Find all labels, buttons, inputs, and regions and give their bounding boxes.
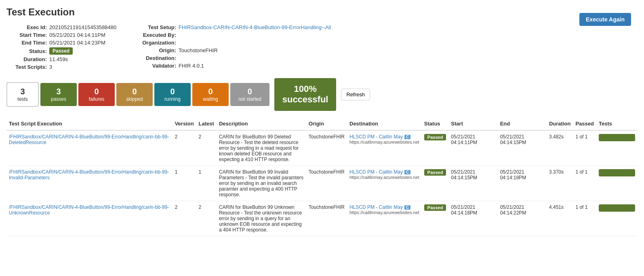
table-row: /FHIRSandbox/CARIN/CARIN-4-BlueButton/99… bbox=[6, 130, 638, 166]
executed-by-label: Executed By: bbox=[136, 32, 176, 38]
script-link[interactable]: /FHIRSandbox/CARIN/CARIN-4-BlueButton/99… bbox=[9, 204, 169, 216]
running-label: running bbox=[162, 96, 183, 102]
skipped-label: skipped bbox=[124, 96, 145, 102]
waiting-label: waiting bbox=[200, 96, 221, 102]
col-duration: Duration bbox=[547, 117, 573, 130]
test-scripts-value: 3 bbox=[49, 64, 52, 70]
tests-cell bbox=[596, 130, 638, 166]
skipped-box: 0 skipped bbox=[116, 83, 153, 106]
passed-cell: 1 of 1 bbox=[573, 201, 596, 236]
meta-left-section: Exec Id: 20210521191415453588480 Start T… bbox=[6, 24, 120, 70]
duration-cell: 3.482s bbox=[547, 130, 573, 166]
exec-id-value: 20210521191415453588480 bbox=[49, 24, 116, 30]
latest-cell: 2 bbox=[196, 130, 217, 166]
failures-label: failures bbox=[86, 96, 107, 102]
script-cell: /FHIRSandbox/CARIN/CARIN-4-BlueButton/99… bbox=[6, 166, 173, 201]
test-setup-label: Test Setup: bbox=[136, 24, 176, 30]
script-cell: /FHIRSandbox/CARIN/CARIN-4-BlueButton/99… bbox=[6, 201, 173, 236]
progress-bar-fill bbox=[599, 204, 635, 212]
end-cell: 05/21/2021 04:14:18PM bbox=[498, 166, 547, 201]
col-tests: Tests bbox=[596, 117, 638, 130]
progress-bar-container bbox=[599, 169, 635, 176]
script-link[interactable]: /FHIRSandbox/CARIN/CARIN-4-BlueButton/99… bbox=[9, 134, 169, 145]
duration-label: Duration: bbox=[6, 56, 47, 62]
version-cell: 2 bbox=[173, 130, 196, 166]
exec-id-label: Exec Id: bbox=[6, 24, 47, 30]
destination-cell: HLSCD PM - Caitlin MayChttps://caitlinma… bbox=[347, 130, 422, 166]
status-badge: Passed bbox=[49, 47, 73, 55]
passed-cell: 1 of 1 bbox=[573, 166, 596, 201]
meta-right-section: Test Setup: FHIRSandbox-CARIN-CARIN-4-Bl… bbox=[136, 24, 331, 70]
success-label: successful bbox=[282, 94, 328, 105]
execute-again-button[interactable]: Execute Again bbox=[579, 13, 631, 26]
status-cell: Passed bbox=[422, 201, 449, 236]
total-tests-box: 3 tests bbox=[6, 82, 39, 107]
latest-cell: 1 bbox=[196, 166, 217, 201]
passes-num: 3 bbox=[48, 87, 69, 96]
success-box: 100% successful bbox=[274, 78, 337, 111]
passed-cell: 1 of 1 bbox=[573, 130, 596, 166]
destination-label: Destination: bbox=[136, 55, 176, 61]
destination-link[interactable]: HLSCD PM - Caitlin May bbox=[349, 134, 403, 140]
refresh-button[interactable]: Refresh bbox=[341, 89, 370, 100]
col-status: Status bbox=[422, 117, 449, 130]
destination-url: https://caitlinmay.azurewebsites.net bbox=[349, 175, 419, 180]
col-script: Test Script Execution bbox=[6, 117, 173, 130]
skipped-num: 0 bbox=[124, 87, 145, 96]
duration-cell: 4.451s bbox=[547, 201, 573, 236]
status-badge: Passed bbox=[424, 204, 446, 211]
table-row: /FHIRSandbox/CARIN/CARIN-4-BlueButton/99… bbox=[6, 166, 638, 201]
total-tests-label: tests bbox=[15, 96, 30, 102]
progress-bar-container bbox=[599, 204, 635, 212]
origin-value: TouchstoneFHIR bbox=[179, 47, 218, 53]
origin-cell: TouchstoneFHIR bbox=[306, 130, 347, 166]
success-pct: 100% bbox=[282, 84, 328, 94]
col-passed: Passed bbox=[573, 117, 596, 130]
origin-label: Origin: bbox=[136, 47, 176, 53]
col-latest: Latest bbox=[196, 117, 217, 130]
not-started-box: 0 not started bbox=[230, 83, 269, 106]
tests-cell bbox=[596, 166, 638, 201]
col-description: Description bbox=[217, 117, 306, 130]
test-scripts-label: Test Scripts: bbox=[6, 64, 47, 70]
c-badge: C bbox=[404, 170, 410, 174]
duration-value: 11.459s bbox=[49, 56, 68, 62]
origin-cell: TouchstoneFHIR bbox=[306, 166, 347, 201]
duration-cell: 3.370s bbox=[547, 166, 573, 201]
destination-link[interactable]: HLSCD PM - Caitlin May bbox=[349, 169, 403, 175]
start-cell: 05/21/2021 04:14:11PM bbox=[448, 130, 497, 166]
version-cell: 1 bbox=[173, 166, 196, 201]
destination-cell: HLSCD PM - Caitlin MayChttps://caitlinma… bbox=[347, 201, 422, 236]
col-end: End bbox=[498, 117, 547, 130]
end-cell: 05/21/2021 04:14:22PM bbox=[498, 201, 547, 236]
failures-box: 0 failures bbox=[78, 83, 115, 106]
waiting-box: 0 waiting bbox=[192, 83, 229, 106]
description-cell: CARIN for BlueButton 99 Invalid Paramete… bbox=[217, 166, 306, 201]
end-time-value: 05/21/2021 04:14:23PM bbox=[49, 40, 105, 46]
not-started-num: 0 bbox=[238, 87, 261, 96]
status-cell: Passed bbox=[422, 130, 449, 166]
script-cell: /FHIRSandbox/CARIN/CARIN-4-BlueButton/99… bbox=[6, 130, 173, 166]
col-start: Start bbox=[448, 117, 497, 130]
test-setup-link[interactable]: FHIRSandbox-CARIN-CARIN-4-BlueButton-99-… bbox=[179, 24, 331, 30]
table-header-row: Test Script Execution Version Latest Des… bbox=[6, 117, 638, 130]
end-cell: 05/21/2021 04:14:15PM bbox=[498, 130, 547, 166]
description-cell: CARIN for BlueButton 99 Unknown Resource… bbox=[217, 201, 306, 236]
not-started-label: not started bbox=[238, 96, 261, 102]
organization-label: Organization: bbox=[136, 40, 176, 46]
start-time-label: Start Time: bbox=[6, 32, 47, 38]
latest-cell: 2 bbox=[196, 201, 217, 236]
running-box: 0 running bbox=[154, 83, 191, 106]
status-badge: Passed bbox=[424, 134, 446, 140]
script-link[interactable]: /FHIRSandbox/CARIN/CARIN-4-BlueButton/99… bbox=[9, 169, 169, 180]
col-destination: Destination bbox=[347, 117, 422, 130]
validator-value: FHIR 4.0.1 bbox=[179, 63, 204, 69]
status-cell: Passed bbox=[422, 166, 449, 201]
destination-link[interactable]: HLSCD PM - Caitlin May bbox=[349, 204, 403, 210]
description-cell: CARIN for BlueButton 99 Deleted Resource… bbox=[217, 130, 306, 166]
destination-url: https://caitlinmay.azurewebsites.net bbox=[349, 210, 419, 215]
start-time-value: 05/21/2021 04:14:11PM bbox=[49, 32, 105, 38]
version-cell: 2 bbox=[173, 201, 196, 236]
status-badge: Passed bbox=[424, 169, 446, 176]
passes-box: 3 passes bbox=[40, 83, 77, 106]
